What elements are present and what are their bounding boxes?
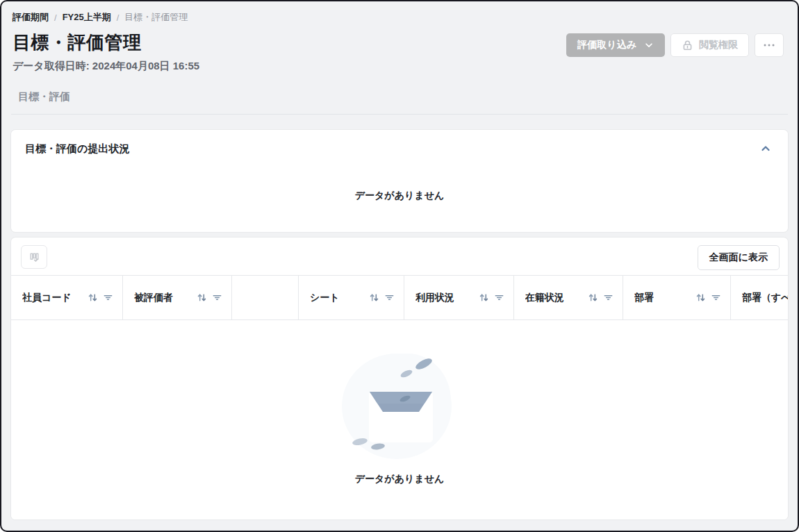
column-settings-button[interactable] [21, 245, 47, 269]
page-title: 目標・評価管理 [13, 31, 199, 55]
chevron-up-icon [760, 143, 771, 154]
view-permission-button[interactable]: 閲覧権限 [670, 33, 749, 57]
data-fetched-timestamp: データ取得日時: 2024年04月08日 16:55 [13, 60, 199, 73]
column-header-usage-status: 利用状況 [404, 276, 514, 319]
filter-icon[interactable] [384, 292, 395, 303]
empty-inbox-illustration [341, 345, 458, 462]
table-empty-state: データがありません [11, 320, 788, 519]
fullscreen-button[interactable]: 全画面に表示 [698, 245, 780, 270]
column-header-blank [232, 276, 299, 319]
breadcrumb: 評価期間 / FY25上半期 / 目標・評価管理 [1, 1, 798, 24]
app-window: 評価期間 / FY25上半期 / 目標・評価管理 目標・評価管理 データ取得日時… [0, 0, 799, 532]
submission-empty-message: データがありません [11, 190, 788, 202]
tab-goal-evaluation[interactable]: 目標・評価 [18, 90, 70, 103]
sort-arrows-icon[interactable] [369, 292, 379, 303]
header-actions: 評価取り込み 閲覧権限 [566, 33, 784, 57]
breadcrumb-item-evaluation-period[interactable]: 評価期間 [13, 11, 49, 24]
sort-arrows-icon[interactable] [479, 292, 489, 303]
sort-arrows-icon[interactable] [588, 292, 598, 303]
column-header-department: 部署 [623, 276, 731, 319]
collapse-card-button[interactable] [757, 142, 774, 156]
column-header-department-all: 部署（すべ [731, 276, 788, 319]
breadcrumb-item-fy25-first-half[interactable]: FY25上半期 [63, 11, 111, 24]
column-label: シート [310, 292, 340, 304]
filter-icon[interactable] [494, 292, 504, 303]
submission-status-card: 目標・評価の提出状況 データがありません [11, 130, 788, 232]
page-header: 目標・評価管理 データ取得日時: 2024年04月08日 16:55 評価取り込… [13, 31, 786, 73]
column-header-enrollment-status: 在籍状況 [514, 276, 623, 319]
filter-icon[interactable] [212, 292, 222, 303]
column-label: 部署 [634, 292, 654, 304]
lock-icon [682, 40, 693, 51]
view-permission-label: 閲覧権限 [699, 39, 738, 51]
evaluation-import-button[interactable]: 評価取り込み [566, 33, 665, 57]
column-label: 部署（すべ [742, 292, 788, 304]
breadcrumb-item-current-page: 目標・評価管理 [124, 11, 188, 24]
column-label: 在籍状況 [525, 292, 564, 304]
column-header-sheet: シート [299, 276, 404, 319]
filter-icon[interactable] [603, 292, 613, 303]
sort-arrows-icon[interactable] [695, 292, 706, 303]
column-header-employee-code: 社員コード [11, 276, 123, 319]
tab-bar: 目標・評価 [11, 90, 788, 115]
table-empty-message: データがありません [355, 473, 445, 485]
submission-status-card-title: 目標・評価の提出状況 [25, 142, 129, 156]
column-label: 利用状況 [415, 292, 454, 304]
sort-arrows-icon[interactable] [197, 292, 207, 303]
more-actions-button[interactable] [755, 33, 784, 57]
chevron-down-icon [644, 40, 654, 50]
table-header-row: 社員コード 被評価者 シート [11, 275, 788, 320]
sort-arrows-icon[interactable] [88, 292, 98, 303]
filter-icon[interactable] [103, 292, 113, 303]
evaluation-table-card: 全画面に表示 社員コード 被評価者 シート [11, 238, 788, 519]
ellipsis-icon [763, 43, 775, 47]
breadcrumb-separator: / [117, 13, 120, 23]
table-toolbar: 全画面に表示 [11, 238, 788, 275]
evaluation-import-label: 評価取り込み [577, 39, 636, 51]
column-settings-icon [28, 251, 41, 264]
filter-icon[interactable] [711, 292, 721, 303]
column-header-evaluee: 被評価者 [123, 276, 232, 319]
breadcrumb-separator: / [54, 13, 57, 23]
column-label: 被評価者 [134, 292, 173, 304]
column-label: 社員コード [22, 292, 72, 304]
